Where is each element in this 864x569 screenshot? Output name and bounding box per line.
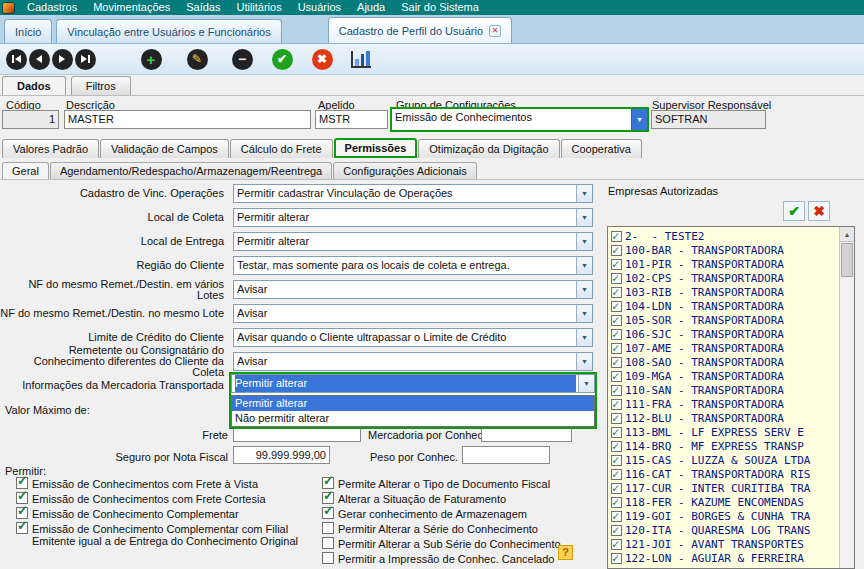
empresa-list-item[interactable]: 119-GOI - BORGES & CUNHA TRA — [610, 509, 838, 523]
empresa-checkbox[interactable] — [611, 497, 622, 508]
close-tab-icon[interactable]: ✕ — [489, 25, 501, 37]
menu-sair-do-sistema[interactable]: Sair do Sistema — [393, 0, 487, 15]
confirm-button[interactable]: ✔ — [271, 48, 293, 70]
empresa-checkbox[interactable] — [611, 287, 622, 298]
empresa-list-item[interactable]: 100-BAR - TRANSPORTADORA — [610, 243, 838, 257]
tab-geral[interactable]: Geral — [2, 162, 49, 179]
form-row-combo[interactable]: Testar, mas somente para os locais de co… — [233, 256, 593, 275]
tab-configuracoes-adicionais[interactable]: Configurações Adicionais — [333, 162, 477, 179]
empresa-checkbox[interactable] — [611, 469, 622, 480]
tab-cadastro-perfil-usuario[interactable]: Cadastro de Perfil do Usuário ✕ — [328, 17, 512, 43]
empresa-list-item[interactable]: 106-SJC - TRANSPORTADORA — [610, 327, 838, 341]
seguro-field[interactable]: 99.999.999,00 — [233, 446, 330, 464]
tab-valores-padrao[interactable]: Valores Padrão — [2, 139, 99, 158]
dropdown-option[interactable]: Permitir alterar — [232, 396, 594, 411]
select-all-empresas-button[interactable]: ✔ — [783, 201, 805, 221]
form-row-combo[interactable]: Avisar ▼ — [233, 280, 593, 299]
empresa-checkbox[interactable] — [611, 441, 622, 452]
edit-record-button[interactable]: ✎ — [186, 48, 208, 70]
first-record-button[interactable] — [5, 48, 27, 70]
menu-utilitarios[interactable]: Utilitários — [228, 0, 289, 15]
tab-calculo-do-frete[interactable]: Cálculo do Frete — [230, 139, 333, 158]
empresa-list-item[interactable]: 121-JOI - AVANT TRANSPORTES — [610, 537, 838, 551]
chevron-down-icon[interactable]: ▼ — [576, 329, 592, 346]
tab-permissoes[interactable]: Permissões — [334, 138, 418, 158]
tab-inicio[interactable]: Início — [4, 19, 52, 43]
empresa-checkbox[interactable] — [611, 511, 622, 522]
last-record-button[interactable] — [74, 48, 96, 70]
tab-agendamento-redespacho[interactable]: Agendamento/Redespacho/Armazenagem/Reent… — [50, 162, 332, 179]
descricao-field[interactable]: MASTER — [64, 110, 311, 129]
checkbox[interactable] — [322, 552, 334, 564]
peso-field[interactable] — [462, 446, 550, 464]
empresa-checkbox[interactable] — [611, 343, 622, 354]
form-row-combo[interactable]: Avisar ▼ — [233, 304, 593, 323]
empresa-list-item[interactable]: 101-PIR - TRANSPORTADORA — [610, 257, 838, 271]
empresa-checkbox[interactable] — [611, 399, 622, 410]
empresa-list-item[interactable]: 105-SOR - TRANSPORTADORA — [610, 313, 838, 327]
form-row-combo[interactable]: Avisar ▼ — [233, 352, 593, 371]
empresa-checkbox[interactable] — [611, 329, 622, 340]
checkbox[interactable] — [322, 507, 334, 519]
menu-saidas[interactable]: Saídas — [178, 0, 228, 15]
empresa-checkbox[interactable] — [611, 357, 622, 368]
empresa-list-item[interactable]: 104-LDN - TRANSPORTADORA — [610, 299, 838, 313]
empresa-list-item[interactable]: 114-BRQ - MF EXPRESS TRANSP — [610, 439, 838, 453]
empresa-checkbox[interactable] — [611, 315, 622, 326]
empresa-checkbox[interactable] — [611, 413, 622, 424]
next-record-button[interactable] — [51, 48, 73, 70]
empresa-list-item[interactable]: 2- - TESTE2 — [610, 229, 838, 243]
empresa-list-item[interactable]: 102-CPS - TRANSPORTADORA — [610, 271, 838, 285]
chevron-down-icon[interactable]: ▼ — [576, 353, 592, 370]
empresa-checkbox[interactable] — [611, 525, 622, 536]
menu-movimentacoes[interactable]: Movimentações — [85, 0, 178, 15]
scroll-up-icon[interactable]: ▲ — [840, 227, 854, 242]
scroll-thumb[interactable] — [841, 243, 853, 277]
form-row-combo[interactable]: Permitir alterar ▼ — [233, 232, 593, 251]
empresa-list-item[interactable]: 122-LON - AGUIAR & FERREIRA — [610, 551, 838, 565]
empresa-list-item[interactable]: 103-RIB - TRANSPORTADORA — [610, 285, 838, 299]
menu-ajuda[interactable]: Ajuda — [349, 0, 393, 15]
empresa-checkbox[interactable] — [611, 231, 622, 242]
empresa-list-item[interactable]: 118-FER - KAZUME ENCOMENDAS — [610, 495, 838, 509]
empresa-checkbox[interactable] — [611, 259, 622, 270]
delete-record-button[interactable]: − — [231, 48, 253, 70]
empresa-list-item[interactable]: 108-SAO - TRANSPORTADORA — [610, 355, 838, 369]
informacoes-mercadoria-combo[interactable]: Permitir alterar ▼ — [231, 374, 595, 393]
tab-otimizacao-da-digitacao[interactable]: Otimização da Digitação — [418, 139, 559, 158]
scrollbar[interactable]: ▲ — [839, 227, 854, 568]
menu-cadastros[interactable]: Cadastros — [19, 0, 85, 15]
empresa-checkbox[interactable] — [611, 301, 622, 312]
chevron-down-icon[interactable]: ▼ — [576, 185, 592, 202]
empresa-checkbox[interactable] — [611, 245, 622, 256]
clear-all-empresas-button[interactable]: ✖ — [808, 201, 830, 221]
checkbox[interactable] — [322, 522, 334, 534]
apelido-field[interactable]: MSTR — [315, 110, 388, 129]
menu-usuarios[interactable]: Usuários — [290, 0, 349, 15]
chevron-down-icon[interactable]: ▼ — [576, 209, 592, 226]
form-row-combo[interactable]: Avisar quando o Cliente ultrapassar o Li… — [233, 328, 593, 347]
empresa-list-item[interactable]: 117-CUR - INTER CURITIBA TRA — [610, 481, 838, 495]
tab-validacao-de-campos[interactable]: Validação de Campos — [100, 139, 229, 158]
empresa-checkbox[interactable] — [611, 427, 622, 438]
chevron-down-icon[interactable]: ▼ — [578, 375, 594, 392]
empresa-checkbox[interactable] — [611, 539, 622, 550]
tab-vinculacao-usuarios-funcionarios[interactable]: Vinculação entre Usuários e Funcionários — [56, 19, 281, 43]
add-record-button[interactable]: + — [140, 48, 162, 70]
form-row-combo[interactable]: Permitir alterar ▼ — [233, 208, 593, 227]
empresa-list-item[interactable]: 113-BML - LF EXPRESS SERV E — [610, 425, 838, 439]
empresa-list-item[interactable]: 109-MGA - TRANSPORTADORA — [610, 369, 838, 383]
chart-button[interactable] — [350, 48, 372, 70]
tab-dados[interactable]: Dados — [2, 76, 66, 95]
chevron-down-icon[interactable]: ▼ — [576, 257, 592, 274]
empresa-list-item[interactable]: 107-AME - TRANSPORTADORA — [610, 341, 838, 355]
form-row-combo[interactable]: Permitir cadastrar Vinculação de Operaçõ… — [233, 184, 593, 203]
checkbox[interactable] — [16, 522, 28, 534]
empresa-list-item[interactable]: 116-CAT - TRANSPORTADORA RIS — [610, 467, 838, 481]
chevron-down-icon[interactable]: ▼ — [576, 281, 592, 298]
help-icon[interactable]: ? — [558, 545, 573, 560]
chevron-down-icon[interactable]: ▼ — [631, 109, 647, 130]
empresa-checkbox[interactable] — [611, 455, 622, 466]
empresa-list-item[interactable]: 111-FRA - TRANSPORTADORA — [610, 397, 838, 411]
tab-cooperativa[interactable]: Cooperativa — [561, 139, 642, 158]
